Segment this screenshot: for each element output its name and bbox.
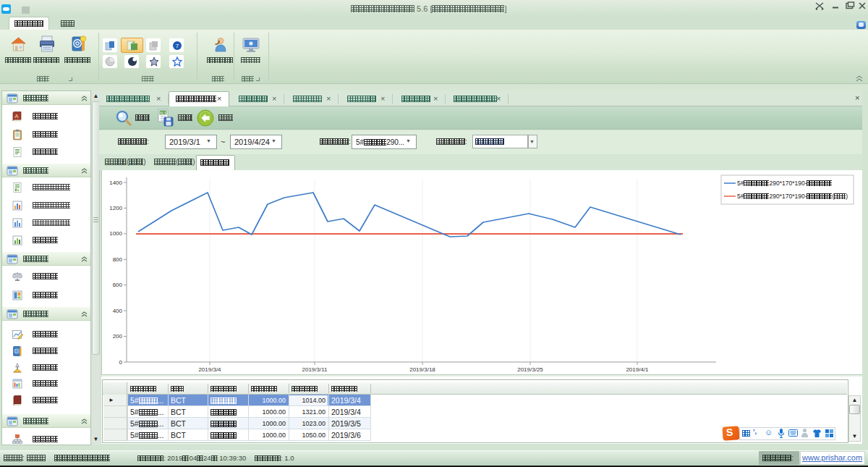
svg-text:2019/3/25: 2019/3/25 [517, 366, 543, 373]
svg-text:1000: 1000 [109, 230, 122, 237]
svg-text:2019/4/1: 2019/4/1 [626, 366, 649, 373]
svg-text:7: 7 [176, 43, 179, 49]
svg-text:2019/3/18: 2019/3/18 [409, 366, 435, 373]
svg-text:1400: 1400 [109, 180, 122, 186]
svg-text:400: 400 [113, 308, 123, 314]
svg-text:200: 200 [113, 333, 123, 340]
svg-text:800: 800 [113, 256, 123, 263]
svg-text:0: 0 [119, 359, 123, 366]
svg-text:XLS: XLS [160, 111, 167, 115]
svg-text:A: A [14, 113, 19, 119]
svg-text:600: 600 [113, 282, 123, 288]
svg-text:2019/3/4: 2019/3/4 [198, 366, 221, 373]
svg-text:2019/3/11: 2019/3/11 [302, 366, 328, 373]
svg-text:1200: 1200 [109, 205, 122, 211]
